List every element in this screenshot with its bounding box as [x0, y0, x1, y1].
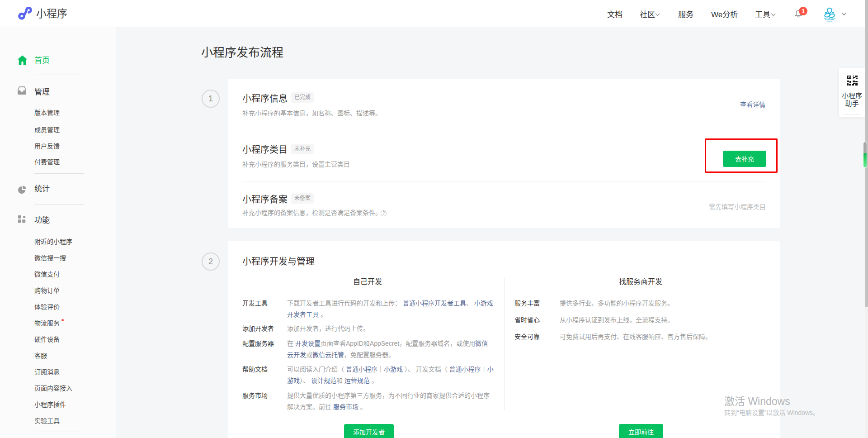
svg-text:to kochar: to kochar — [827, 20, 832, 22]
